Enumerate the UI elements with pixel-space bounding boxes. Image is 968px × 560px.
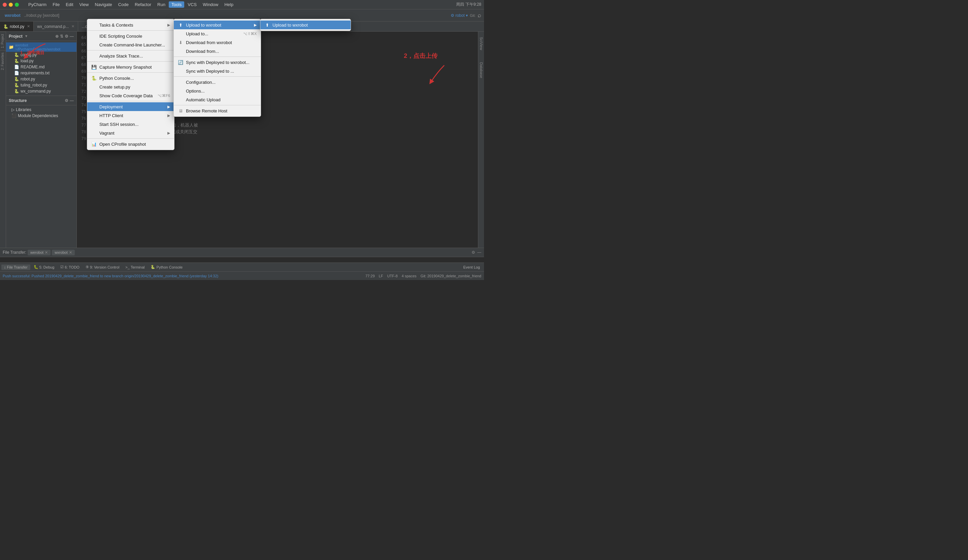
structure-settings-icon[interactable]: ⚙	[65, 98, 68, 103]
txt-file-icon: 📄	[14, 71, 19, 75]
bt-version-control[interactable]: ⑨ 9: Version Control	[83, 264, 122, 270]
event-log-btn[interactable]: Event Log	[461, 264, 482, 270]
titlebar: PyCharm File Edit View Navigate Code Ref…	[0, 0, 484, 10]
vtab-project[interactable]: 1: Project	[0, 31, 6, 50]
menu-edit[interactable]: Edit	[63, 2, 76, 8]
close-tab-load[interactable]: ✕	[209, 24, 212, 29]
right-panel: SciView Database	[478, 31, 484, 248]
database-tab[interactable]: Database	[479, 59, 484, 81]
bt-terminal[interactable]: >_ Terminal	[123, 264, 147, 270]
line-76: 76	[77, 115, 478, 122]
structure-hide-icon[interactable]: —	[70, 98, 74, 103]
app-menu-pycharm[interactable]: PyCharm	[26, 2, 49, 8]
tab-c[interactable]: ...c.py ✕	[78, 21, 102, 31]
status-bar-right: 77:29 LF UTF-8 4 spaces Git: 20190429_de…	[365, 274, 481, 278]
md-file-icon: 📄	[14, 64, 19, 69]
close-tab-robot[interactable]: ✕	[27, 24, 30, 29]
module-icon: ⬛	[12, 113, 17, 118]
menu-navigate[interactable]: Navigate	[92, 2, 115, 8]
folder-open-icon: 📁	[9, 45, 14, 50]
bt-todo[interactable]: ☑ 6: TODO	[58, 264, 82, 270]
settings-icon[interactable]: ⚙	[65, 34, 68, 39]
tab-config[interactable]: config.py ✕	[161, 21, 190, 31]
menu-refactor[interactable]: Refactor	[132, 2, 154, 8]
sciview-tab[interactable]: SciView	[479, 34, 484, 53]
status-message[interactable]: Push successful: Pushed 20190429_delete_…	[3, 274, 218, 278]
close-wxrobot-tab[interactable]: ✕	[69, 250, 72, 255]
branch-selector[interactable]: ⚙ robot ▾	[451, 13, 468, 18]
bt-debug[interactable]: 🐛 5: Debug	[31, 264, 57, 270]
close-button[interactable]	[3, 3, 7, 7]
library-icon: ▷	[12, 107, 15, 112]
ft-settings-icon[interactable]: ⚙	[472, 250, 475, 255]
ft-tab-werobot[interactable]: werobot ✕	[28, 250, 51, 255]
line-65: 65 def system_m	[77, 41, 478, 48]
menu-code[interactable]: Code	[116, 2, 131, 8]
tree-item-wxrobot-root[interactable]: 📁 wxrobot ~/PycharmProjects/wxrobot	[6, 42, 76, 52]
left-vtabs: 1: Project 2: Favorites	[0, 31, 6, 248]
tab-load[interactable]: load.py ✕	[190, 21, 216, 31]
tree-item-libraries[interactable]: ▷ Libraries	[6, 107, 76, 113]
tree-item-tuling-robot[interactable]: 🐍 tuling_robot.py	[6, 82, 76, 88]
charset: UTF-8	[387, 274, 398, 278]
tab-wx-command[interactable]: wx_command.p... ✕	[34, 21, 78, 31]
tree-item-load[interactable]: 🐍 load.py	[6, 58, 76, 64]
python-file-icon-4: 🐍	[14, 83, 19, 88]
menu-window[interactable]: Window	[200, 2, 221, 8]
project-dropdown[interactable]: ▾	[25, 34, 27, 38]
debug-icon: 🐛	[34, 265, 38, 269]
menu-file[interactable]: File	[50, 2, 62, 8]
ft-tab-wxrobot[interactable]: wxrobot ✕	[52, 250, 75, 255]
line-75: 75	[77, 108, 478, 115]
close-tab-c[interactable]: ✕	[95, 24, 98, 29]
hide-panel-icon[interactable]: —	[70, 34, 74, 39]
menu-tools[interactable]: Tools	[169, 2, 184, 8]
tab-bar: 🐍 robot.py ✕ wx_command.p... ✕ ...c.py ✕…	[0, 21, 484, 31]
tab-tuling[interactable]: tuling.py ✕	[133, 21, 161, 31]
line-74: 74 wx_comma	[77, 102, 478, 108]
project-header: Project ▾ ⊕ ⇅ ⚙ —	[6, 31, 76, 41]
tree-item-module-deps[interactable]: ⬛ Module Dependencies	[6, 113, 76, 119]
close-tab-queues[interactable]: ✕	[127, 24, 130, 29]
close-werobot-tab[interactable]: ✕	[45, 250, 48, 255]
tree-item-config[interactable]: 🐍 config.py	[6, 52, 76, 58]
editor-area[interactable]: 64 @bot.registe 65 def system_m 66 """接收…	[77, 31, 478, 248]
locate-icon[interactable]: ⊕	[55, 34, 59, 39]
sidebar-header-icons: ⊕ ⇅ ⚙ —	[55, 34, 74, 39]
structure-tree: ▷ Libraries ⬛ Module Dependencies	[6, 105, 76, 120]
menu-view[interactable]: View	[77, 2, 91, 8]
minimize-button[interactable]	[9, 3, 13, 7]
line-70: 70 """管理员功能	[77, 75, 478, 81]
line-78: 78 # embed() 互交模式阻塞，电脑休眠或关闭互交	[77, 129, 478, 135]
menu-bar: PyCharm File Edit View Navigate Code Ref…	[23, 2, 456, 8]
line-64: 64 @bot.registe	[77, 34, 478, 41]
editor-content: 64 @bot.registe 65 def system_m 66 """接收…	[77, 31, 478, 145]
line-72: 72 def do_comma	[77, 88, 478, 95]
tree-item-requirements[interactable]: 📄 requirements.txt	[6, 70, 76, 76]
close-tab-config[interactable]: ✕	[184, 24, 187, 29]
file-transfer-icon: ↕	[4, 265, 6, 269]
vtab-favorites[interactable]: 2: Favorites	[0, 50, 6, 72]
project-sidebar: Project ▾ ⊕ ⇅ ⚙ — 📁 wxrobot ~/PycharmPro…	[6, 31, 77, 248]
search-everywhere-icon[interactable]: ⌕	[477, 12, 481, 19]
bt-python-console[interactable]: 🐍 Python Console	[148, 264, 185, 270]
python-console-icon: 🐍	[151, 265, 155, 269]
close-tab-tuling[interactable]: ✕	[154, 24, 157, 29]
menu-help[interactable]: Help	[222, 2, 236, 8]
tree-item-robot[interactable]: 🐍 robot.py	[6, 76, 76, 82]
project-indicator: wxrobot	[3, 13, 23, 18]
tab-robot-py[interactable]: 🐍 robot.py ✕	[0, 21, 34, 31]
structure-header-icons: ⚙ —	[65, 98, 74, 103]
line-69: 69	[77, 68, 478, 75]
expand-icon[interactable]: ⇅	[60, 34, 63, 39]
close-tab-wx-command[interactable]: ✕	[71, 24, 75, 29]
menu-vcs[interactable]: VCS	[185, 2, 199, 8]
ft-hide-icon[interactable]: —	[477, 250, 481, 255]
menu-run[interactable]: Run	[154, 2, 168, 8]
tree-item-readme[interactable]: 📄 README.md	[6, 64, 76, 70]
maximize-button[interactable]	[15, 3, 19, 7]
tree-item-wx-command[interactable]: 🐍 wx_command.py	[6, 88, 76, 94]
line-73: 73 """执行管	[77, 95, 478, 102]
bt-file-transfer[interactable]: ↕ File Transfer	[2, 264, 30, 270]
tab-queues[interactable]: queues.py ✕	[102, 21, 133, 31]
